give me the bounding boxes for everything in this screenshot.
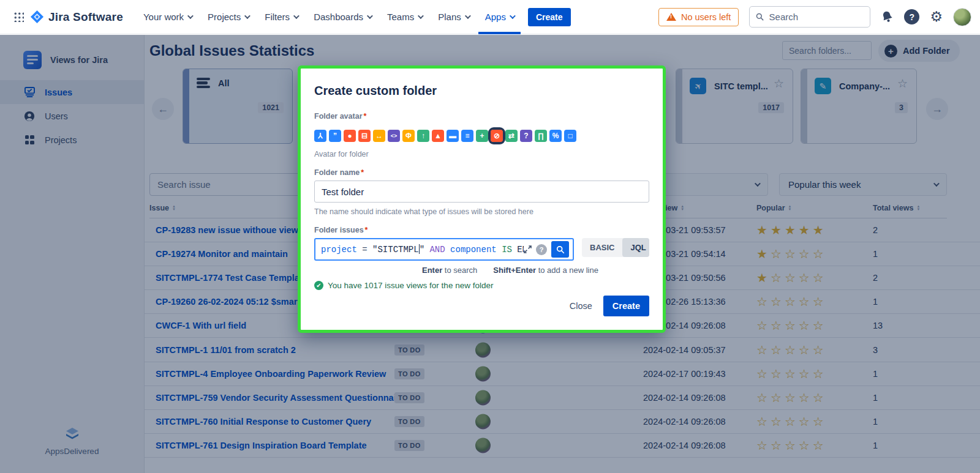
- basic-mode-button[interactable]: BASIC: [582, 238, 622, 257]
- check-circle-icon: ✔: [314, 281, 323, 290]
- required-asterisk: *: [365, 226, 368, 234]
- syntax-help-icon[interactable]: ?: [536, 244, 547, 255]
- folder-name-label: Folder name*: [314, 168, 649, 177]
- avatar-option-card-icon[interactable]: ▬: [447, 130, 459, 142]
- avatar-option-square-icon[interactable]: □: [564, 130, 576, 142]
- avatar-option-code-icon[interactable]: <>: [388, 130, 400, 142]
- chevron-down-icon: [367, 13, 373, 19]
- expand-icon[interactable]: [524, 245, 532, 253]
- required-asterisk: *: [364, 112, 367, 121]
- avatar-option-slider-icon[interactable]: Φ: [402, 130, 415, 142]
- nav-item-plans[interactable]: Plans: [431, 0, 476, 34]
- warning-triangle-icon: [666, 13, 676, 21]
- avatar-option-question-icon[interactable]: ?: [520, 130, 532, 142]
- avatar-option-percent-icon[interactable]: %: [549, 130, 562, 142]
- chevron-down-icon: [510, 13, 516, 19]
- nav-item-your-work[interactable]: Your work: [137, 0, 198, 34]
- avatar-option-arrow-up-icon[interactable]: ↑: [417, 130, 429, 142]
- nav-item-dashboards[interactable]: Dashboards: [307, 0, 378, 34]
- search-input[interactable]: [769, 12, 864, 22]
- nav-item-apps[interactable]: Apps: [478, 0, 521, 34]
- avatar-option-cone-icon[interactable]: ▲: [432, 130, 444, 142]
- no-users-left-warning[interactable]: No users left: [658, 8, 739, 26]
- avatar-help-text: Avatar for folder: [314, 150, 649, 158]
- jql-input[interactable]: project = "SITCTMPL" AND component IS EM…: [321, 244, 524, 255]
- jql-query-field[interactable]: project = "SITCTMPL" AND component IS EM…: [314, 238, 574, 261]
- required-asterisk: *: [361, 168, 364, 177]
- primary-nav: Your workProjectsFiltersDashboardsTeamsP…: [137, 0, 521, 34]
- avatar-option-save-icon[interactable]: ⊟: [358, 130, 371, 142]
- avatar-option-blocked-icon[interactable]: ⊘: [491, 130, 503, 142]
- avatar-option-swap-icon[interactable]: ⇄: [505, 130, 518, 142]
- help-icon[interactable]: ?: [904, 9, 919, 24]
- create-custom-folder-modal: Create custom folder Folder avatar* ⅄”●⊟…: [298, 65, 666, 333]
- user-profile-avatar[interactable]: [953, 8, 971, 26]
- chevron-down-icon: [244, 13, 251, 19]
- notifications-bell-icon[interactable]: [881, 10, 894, 23]
- folder-name-input[interactable]: [314, 181, 649, 203]
- avatar-picker: ⅄”●⊟↔<>Φ↑▲▬≡+⊘⇄?∏%□: [314, 127, 649, 144]
- nav-item-filters[interactable]: Filters: [258, 0, 304, 34]
- avatar-option-plus-icon[interactable]: +: [476, 130, 488, 142]
- chevron-down-icon: [465, 13, 471, 19]
- issue-views-result: ✔ You have 1017 issue views for the new …: [314, 281, 649, 290]
- jql-search-button[interactable]: [551, 241, 569, 258]
- chevron-down-icon: [293, 13, 300, 19]
- jql-mode-button[interactable]: JQL: [622, 238, 649, 257]
- avatar-option-branch-icon[interactable]: ⅄: [314, 130, 326, 142]
- brand-name: Jira Software: [48, 10, 123, 24]
- avatar-option-quote-icon[interactable]: ”: [329, 130, 341, 142]
- create-button[interactable]: Create: [528, 8, 571, 26]
- folder-issues-label: Folder issues*: [314, 226, 649, 234]
- query-mode-toggle: BASIC JQL: [582, 238, 649, 257]
- jira-logo[interactable]: Jira Software: [30, 10, 123, 24]
- app-switcher-icon[interactable]: [13, 12, 24, 22]
- avatar-option-record-icon[interactable]: ●: [344, 130, 356, 142]
- search-icon: [556, 245, 565, 254]
- jql-hints: Enter to searchShift+Enter to add a new …: [314, 266, 649, 275]
- chevron-down-icon: [418, 13, 424, 19]
- settings-gear-icon[interactable]: ⚙: [930, 10, 943, 24]
- jira-app: Jira Software Your workProjectsFiltersDa…: [0, 0, 980, 473]
- search-icon: [756, 12, 764, 21]
- create-folder-button[interactable]: Create: [603, 296, 649, 316]
- avatar-option-list-icon[interactable]: ≡: [461, 130, 473, 142]
- topbar-right-cluster: No users left ? ⚙: [658, 6, 971, 28]
- warning-label: No users left: [681, 12, 731, 22]
- modal-title: Create custom folder: [314, 84, 649, 98]
- nav-item-projects[interactable]: Projects: [201, 0, 255, 34]
- avatar-option-arrows-horizontal-icon[interactable]: ↔: [373, 130, 385, 142]
- top-navigation-bar: Jira Software Your workProjectsFiltersDa…: [0, 0, 980, 34]
- modal-footer: Close Create: [570, 296, 649, 316]
- global-search[interactable]: [749, 6, 870, 28]
- chevron-down-icon: [187, 13, 194, 19]
- close-button[interactable]: Close: [570, 301, 592, 311]
- folder-avatar-label: Folder avatar*: [314, 112, 649, 121]
- nav-item-teams[interactable]: Teams: [380, 0, 429, 34]
- avatar-option-bookmark-icon[interactable]: ∏: [535, 130, 547, 142]
- folder-name-help: The name should indicate what type of is…: [314, 207, 649, 216]
- jira-diamond-icon: [30, 10, 44, 24]
